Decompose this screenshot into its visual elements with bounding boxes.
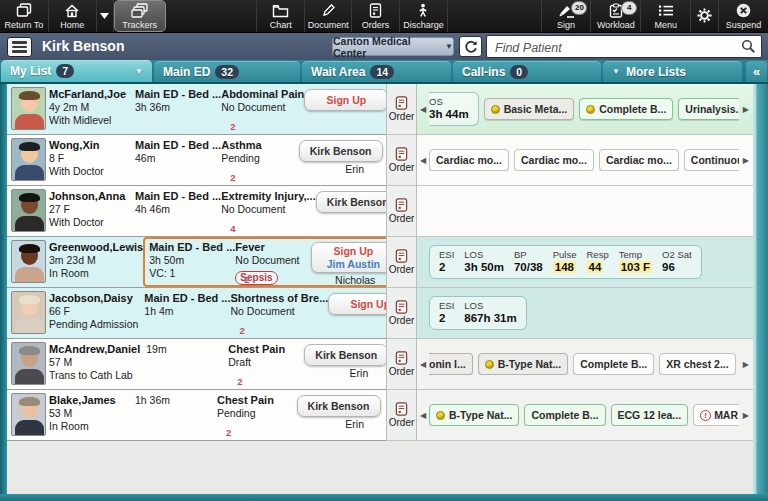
note-count-marker[interactable]: 2 [226,427,231,438]
workload-button[interactable]: 4 Workload [591,0,641,32]
settings-button[interactable] [691,0,719,32]
scroll-left-arrow[interactable]: ◀ [420,411,426,420]
avatar [11,138,46,181]
tab-main-ed[interactable]: Main ED 32 [154,61,300,82]
order-chip[interactable]: Cardiac mo... [599,149,679,171]
order-chip[interactable]: Complete B... [573,353,654,375]
patient-row[interactable]: Blake,James 53 M In Room 1h 36m Chest Pa… [7,390,386,441]
patient-row[interactable]: McFarland,Joe 4y 2m M With Midlevel Main… [7,84,386,135]
patient-name[interactable]: Jacobson,Daisy [49,292,138,305]
order-chip[interactable]: Continuous... [684,149,739,171]
search-icon[interactable] [741,39,756,58]
vital-label: Resp [587,249,609,260]
order-chip[interactable]: B-Type Nat... [429,404,519,426]
sign-up-button[interactable]: Sign Up [304,89,388,111]
avatar [11,240,46,283]
order-button[interactable]: Order [387,135,416,186]
patient-row-selected[interactable]: Greenwood,Lewis 3m 23d M In Room Main ED… [7,237,386,288]
chevron-down-icon: ▼ [127,67,143,76]
hamburger-menu-button[interactable] [7,37,32,57]
order-chip[interactable]: B-Type Nat... [478,353,568,375]
vitals-chip[interactable]: ESI2LOS3h 50mBP70/38Pulse148Resp44Temp10… [429,245,702,279]
scroll-right-arrow[interactable]: ▶ [743,411,749,420]
gear-icon [696,8,713,24]
order-chip[interactable]: XR chest 2... [659,353,735,375]
tab-wait-area[interactable]: Wait Area 14 [302,61,451,82]
patient-photo[interactable] [7,135,49,185]
order-button[interactable]: Order [387,84,416,135]
order-form-icon [394,402,409,416]
sign-button[interactable]: 20 Sign [542,0,592,32]
order-button[interactable]: Order [387,390,416,441]
scroll-right-arrow[interactable]: ▶ [743,360,749,369]
return-to-button[interactable]: Return To [0,0,49,32]
note-count-marker[interactable]: 2 [230,121,235,132]
note-count-marker[interactable]: 2 [237,376,242,387]
patient-age-sex: 4y 2m M [49,101,129,114]
facility-dropdown[interactable]: Canton Medical Center ▼ [332,37,454,56]
order-chip[interactable]: !MAR [693,404,739,426]
tab-my-list[interactable]: My List 7 ▼ [1,60,152,82]
patient-name[interactable]: Johnson,Anna [49,190,129,203]
provider-button[interactable]: Kirk Benson [297,395,381,417]
order-chip[interactable]: Cardiac mo... [514,149,594,171]
scroll-left-arrow[interactable]: ◀ [420,105,426,114]
document-button[interactable]: Document [305,0,352,32]
vitals-chip[interactable]: OS3h 44m [429,92,479,126]
resident-name: Jim Austin [320,258,386,270]
patient-photo[interactable] [7,390,49,440]
search-input[interactable] [493,37,737,58]
discharge-button[interactable]: Discharge [400,0,448,32]
collapse-panel-button[interactable]: « [746,61,767,82]
scroll-left-arrow[interactable]: ◀ [420,156,426,165]
order-button[interactable]: Order [387,186,416,237]
patient-name[interactable]: McAndrew,Daniel [49,343,140,356]
chart-button[interactable]: Chart [257,0,305,32]
patient-photo[interactable] [7,288,49,338]
tab-more-lists[interactable]: ▼ More Lists [603,61,742,82]
patient-photo[interactable] [7,186,49,236]
suspend-button[interactable]: Suspend [719,0,768,32]
order-button[interactable]: Order [387,288,416,339]
note-count-marker[interactable]: 2 [244,274,249,285]
vital-value: 2 [439,311,454,325]
order-chip[interactable]: Basic Meta... [484,98,575,120]
scroll-right-arrow[interactable]: ▶ [743,105,749,114]
window-frame-left [0,84,7,494]
patient-name[interactable]: McFarland,Joe [49,88,129,101]
note-count-marker[interactable]: 4 [230,223,235,234]
patient-row[interactable]: Johnson,Anna 27 F With Doctor Main ED - … [7,186,386,237]
patient-name[interactable]: Greenwood,Lewis [49,241,143,254]
refresh-button[interactable] [459,36,482,57]
note-count-marker[interactable]: 2 [240,325,245,336]
provider-button[interactable]: Kirk Benson [299,140,383,162]
order-chip[interactable]: Complete B... [579,98,673,120]
menu-button[interactable]: Menu [641,0,691,32]
order-chip[interactable]: ECG 12 lea... [611,404,689,426]
patient-row[interactable]: McAndrew,Daniel 57 M Trans to Cath Lab 1… [7,339,386,390]
orders-button[interactable]: Orders [352,0,400,32]
order-button[interactable]: Order [387,339,416,390]
patient-photo[interactable] [7,84,49,134]
home-dropdown-button[interactable] [97,0,114,32]
tab-call-ins[interactable]: Call-ins 0 [453,61,601,82]
home-button[interactable]: Home [49,0,97,32]
patient-row[interactable]: Jacobson,Daisy 66 F Pending Admission Ma… [7,288,386,339]
order-chip[interactable]: Urinalysis... [678,98,739,120]
order-chip[interactable]: Cardiac mo... [429,149,509,171]
patient-photo[interactable] [7,237,49,287]
provider-button[interactable]: Kirk Benson [304,344,388,366]
order-button[interactable]: Order [387,237,416,288]
patient-name[interactable]: Blake,James [49,394,129,407]
sign-up-button[interactable]: Sign Up Jim Austin [311,242,395,273]
note-count-marker[interactable]: 2 [230,172,235,183]
patient-row[interactable]: Wong,Xin 8 F With Doctor Main ED - Bed .… [7,135,386,186]
vitals-chip[interactable]: ESI2LOS867h 31m [429,296,527,330]
order-chip[interactable]: onin I... [429,353,473,375]
scroll-left-arrow[interactable]: ◀ [420,360,426,369]
order-chip[interactable]: Complete B... [524,404,605,426]
patient-name[interactable]: Wong,Xin [49,139,129,152]
patient-photo[interactable] [7,339,49,389]
trackers-button[interactable]: Trackers [114,0,166,32]
scroll-right-arrow[interactable]: ▶ [743,156,749,165]
